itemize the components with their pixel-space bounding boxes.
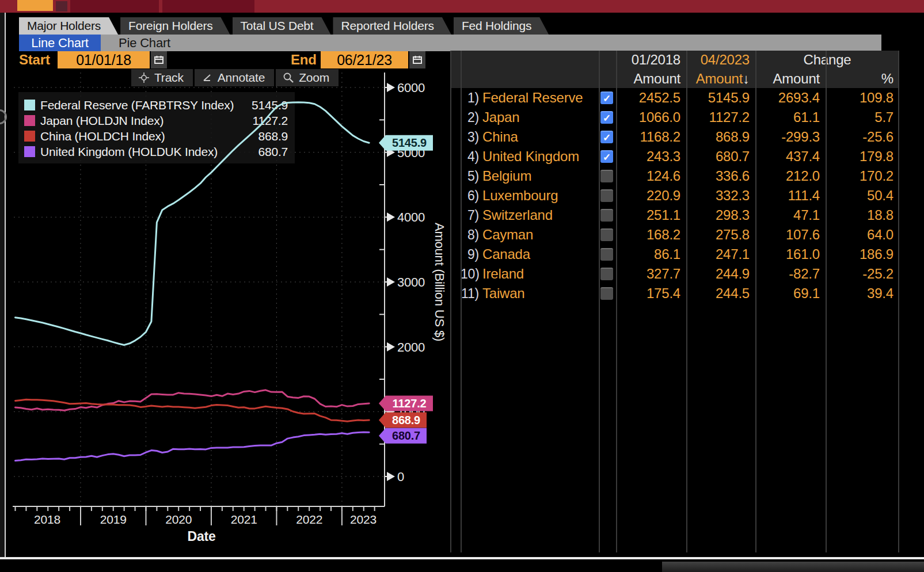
column-separator (450, 51, 451, 552)
legend-last-value: 868.9 (258, 129, 288, 143)
change-percent: 5.7 (826, 109, 899, 125)
legend-item[interactable]: Japan (HOLDJN Index)1127.2 (24, 113, 288, 128)
amount-2018: 327.7 (616, 266, 686, 282)
header-change-amount[interactable]: Amount (755, 71, 826, 87)
header-amount-2018[interactable]: Amount (616, 71, 686, 87)
table-row[interactable]: 1)Federal Reserve✓2452.55145.92693.4109.… (450, 88, 899, 108)
row-number: 2) (461, 110, 479, 125)
amount-2023: 1127.2 (686, 109, 755, 125)
top-bar-segment (70, 0, 160, 13)
table-row[interactable]: 2)Japan✓1066.01127.261.15.7 (450, 108, 899, 127)
column-separator (461, 51, 462, 552)
window-left-border (0, 13, 6, 558)
table-header-periods: 01/2018 04/2023 Change (450, 51, 899, 69)
holder-checkbox[interactable] (600, 248, 613, 261)
holder-checkbox[interactable] (600, 170, 613, 182)
holder-checkbox[interactable]: ✓ (600, 150, 613, 163)
legend-item[interactable]: United Kingdom (HOLDUK Index)680.7 (24, 144, 288, 159)
table-row[interactable]: 7)Switzerland251.1298.347.118.8 (450, 205, 899, 225)
tab-fed-holdings[interactable]: Fed Holdings (454, 17, 549, 35)
svg-text:4000: 4000 (397, 210, 425, 224)
legend-item[interactable]: China (HOLDCH Index)868.9 (24, 128, 288, 144)
legend-swatch (24, 146, 35, 157)
holder-checkbox[interactable] (600, 189, 613, 202)
holder-name: Federal Reserve (482, 90, 583, 106)
tab-reported-holders[interactable]: Reported Holders (333, 17, 451, 35)
svg-text:0: 0 (397, 470, 404, 484)
svg-text:2000: 2000 (397, 340, 425, 354)
holder-checkbox[interactable] (600, 268, 613, 280)
table-row[interactable]: 11)Taiwan175.4244.569.139.4 (450, 284, 899, 303)
table-row[interactable]: 6)Luxembourg220.9332.3111.450.4 (450, 186, 899, 205)
table-body: 1)Federal Reserve✓2452.55145.92693.4109.… (450, 88, 899, 303)
zoom-button[interactable]: Zoom (276, 69, 339, 86)
terminal-top-bar (0, 0, 924, 13)
change-amount: 212.0 (755, 168, 826, 184)
holder-name: Canada (482, 246, 530, 262)
start-date-calendar-button[interactable] (151, 51, 167, 68)
track-crosshair-icon (138, 72, 150, 83)
holder-checkbox[interactable]: ✓ (600, 111, 613, 124)
end-date-calendar-button[interactable] (409, 51, 425, 68)
header-change-percent[interactable]: % (826, 71, 899, 87)
legend-label: Federal Reserve (FARBTRSY Index) (40, 98, 234, 112)
legend-item[interactable]: Federal Reserve (FARBTRSY Index)5145.9 (24, 97, 288, 113)
zoom-magnifier-icon (283, 72, 294, 83)
table-row[interactable]: 8)Cayman168.2275.8107.664.0 (450, 225, 899, 245)
tab-pie-chart[interactable]: Pie Chart (107, 35, 182, 51)
tab-major-holders[interactable]: Major Holders (19, 17, 118, 35)
table-row[interactable]: 5)Belgium124.6336.6212.0170.2 (450, 166, 899, 186)
start-date-input[interactable]: 01/01/18 (58, 51, 150, 68)
holder-checkbox[interactable]: ✓ (600, 91, 613, 104)
table-row[interactable]: 10)Ireland327.7244.9-82.7-25.2 (450, 264, 899, 284)
row-number: 1) (461, 90, 479, 106)
track-button[interactable]: Track (131, 69, 193, 86)
table-row[interactable]: 9)Canada86.1247.1161.0186.9 (450, 245, 899, 264)
amount-2023: 336.6 (686, 168, 755, 184)
holder-checkbox[interactable]: ✓ (600, 131, 613, 143)
change-amount: 69.1 (755, 285, 826, 302)
header-amount-2023-sorted[interactable]: Amount↓ (686, 71, 755, 87)
svg-text:2022: 2022 (296, 513, 322, 526)
tab-total-us-debt[interactable]: Total US Debt (233, 17, 331, 35)
amount-2023: 298.3 (686, 207, 755, 223)
header-period-2018[interactable]: 01/2018 (616, 52, 686, 68)
row-number: 6) (461, 188, 479, 204)
change-amount: 107.6 (755, 227, 826, 243)
holder-name: Switzerland (482, 207, 553, 223)
table-row[interactable]: 4)United Kingdom✓243.3680.7437.4179.8 (450, 147, 899, 166)
holder-checkbox[interactable] (600, 287, 613, 300)
chart-legend: Federal Reserve (FARBTRSY Index)5145.9Ja… (18, 92, 295, 163)
table-row[interactable]: 3)China✓1168.2868.9-299.3-25.6 (450, 127, 899, 147)
amount-2018: 1066.0 (616, 109, 686, 125)
track-label: Track (154, 69, 184, 86)
amount-2018: 243.3 (616, 148, 686, 165)
annotate-label: Annotate (218, 69, 265, 86)
amount-2023: 247.1 (686, 246, 755, 262)
header-period-2023[interactable]: 04/2023 (686, 52, 755, 68)
holders-table: 01/2018 04/2023 Change Amount Amount↓ Am… (450, 51, 899, 552)
row-number: 11) (461, 286, 479, 302)
change-percent: 18.8 (826, 207, 899, 223)
top-bar-orange-block (17, 0, 53, 11)
annotate-button[interactable]: Annotate (195, 69, 274, 86)
legend-label: China (HOLDCH Index) (40, 129, 165, 143)
tab-line-chart[interactable]: Line Chart (19, 35, 101, 51)
change-amount: -299.3 (755, 129, 826, 145)
holder-name: China (482, 129, 518, 145)
taskbar-fragment (662, 562, 924, 572)
legend-label: United Kingdom (HOLDUK Index) (40, 145, 218, 159)
end-date-input[interactable]: 06/21/23 (321, 51, 408, 68)
holder-checkbox[interactable] (600, 228, 613, 241)
column-separator (686, 51, 687, 552)
column-separator (755, 51, 756, 552)
calendar-icon (154, 55, 164, 65)
svg-text:5000: 5000 (397, 146, 425, 160)
holder-checkbox[interactable] (600, 209, 613, 222)
line-chart[interactable]: 0100020003000400050006000201820192020202… (6, 68, 449, 572)
change-percent: 50.4 (826, 188, 899, 204)
amount-2018: 2452.5 (616, 90, 686, 106)
change-amount: 47.1 (755, 207, 826, 223)
tab-foreign-holders[interactable]: Foreign Holders (120, 17, 230, 35)
change-amount: 161.0 (755, 246, 826, 262)
